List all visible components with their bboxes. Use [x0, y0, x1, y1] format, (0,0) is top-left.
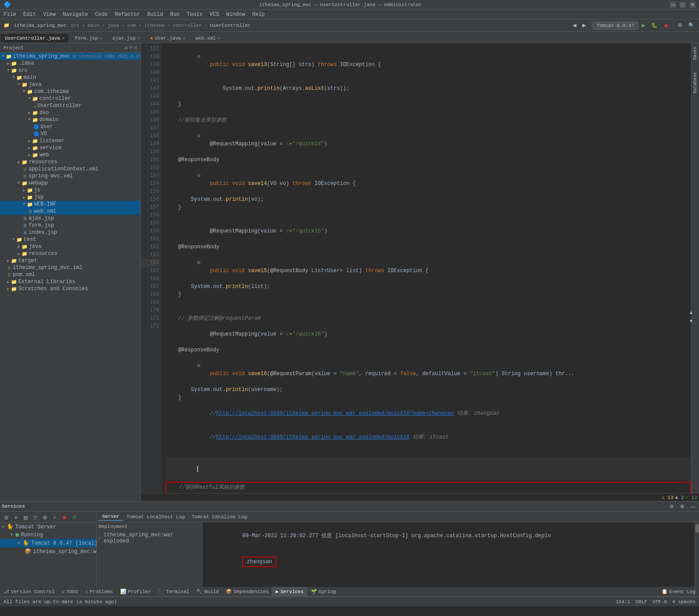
tree-resources[interactable]: ▶ 📁 resources	[0, 159, 140, 166]
tab-usercontroller[interactable]: UserController.java ✕	[0, 33, 69, 43]
svc-tomcat-server[interactable]: ▼ 🐈 Tomcat Server	[0, 523, 96, 531]
tree-target[interactable]: ▶ 📁 target	[0, 257, 140, 264]
svc-sort-button[interactable]: ≡	[11, 513, 20, 521]
menu-view[interactable]: View	[40, 10, 59, 19]
run-button[interactable]: ▶	[639, 22, 648, 29]
tree-ajaxjsp[interactable]: 🗎 ajax.jsp	[0, 215, 140, 222]
menu-tools[interactable]: Tools	[183, 10, 206, 19]
tree-comitheima[interactable]: ▼ 📁 com.itheima	[0, 88, 140, 95]
tree-listener[interactable]: ▶ 📁 listener	[0, 137, 140, 144]
bottom-item-todo[interactable]: ☑ TODO	[58, 587, 81, 596]
bottom-item-build[interactable]: 🔨 Build	[193, 587, 222, 596]
tab-userjava-close[interactable]: ✕	[183, 36, 185, 41]
svc-tomcat-instance[interactable]: ▼ 🐈 Tomcat 8.0.47 [local]	[0, 539, 96, 547]
tree-dao[interactable]: ▶ 📁 dao	[0, 109, 140, 116]
menu-run[interactable]: Run	[166, 10, 183, 19]
server-tab-localhost[interactable]: Tomcat Localhost Log	[123, 513, 188, 520]
tree-controller[interactable]: ▼ 📁 controller	[0, 95, 140, 102]
menu-window[interactable]: Window	[223, 10, 249, 19]
server-tab-catalina[interactable]: Tomcat Catalina Log	[188, 513, 250, 520]
code-content[interactable]: ⚙ public void save13(String[] strs) thro…	[162, 43, 691, 493]
forward-button[interactable]: ▶	[580, 22, 589, 29]
tree-test-java[interactable]: ▶ 📁 java	[0, 243, 140, 250]
tree-test-resources[interactable]: ▶ 📁 resources	[0, 250, 140, 257]
svc-artifact[interactable]: 📦 itheima_spring_mvc:wa	[0, 547, 96, 556]
bottom-item-profiler[interactable]: 📊 Profiler	[117, 587, 155, 596]
tree-jsp[interactable]: ▶ 📁 jsp	[0, 194, 140, 201]
svc-group-button[interactable]: ▤	[21, 513, 30, 521]
tree-root-project[interactable]: ▼ 📁 itheima_spring_mvc D:\IntelliJ IDEA …	[0, 53, 140, 60]
tree-springmvc[interactable]: 🗎 spring-mvc.xml	[0, 173, 140, 180]
maven-label[interactable]: Maven	[692, 45, 699, 62]
tree-usercontroller[interactable]: ☕ UserController	[0, 102, 140, 109]
sidebar-collapse-icon[interactable]: ⊟	[134, 45, 137, 51]
menu-vcs[interactable]: VCS	[206, 10, 223, 19]
svc-settings-button[interactable]: ⚙	[40, 513, 49, 521]
server-badge[interactable]: Tomcat 8.0.47	[592, 22, 638, 30]
sidebar-sort-icon[interactable]: ≡	[129, 45, 132, 51]
status-lineending[interactable]: CRLF	[636, 599, 647, 605]
bottom-item-terminal[interactable]: ⬛ Terminal	[155, 587, 193, 596]
tab-usercontroller-close[interactable]: ✕	[62, 36, 64, 41]
stop-button[interactable]: ⏹	[661, 22, 671, 29]
database-label[interactable]: Database	[692, 70, 699, 95]
tree-vo[interactable]: 🔵 VO	[0, 130, 140, 137]
tree-user[interactable]: 🔵 User	[0, 123, 140, 130]
tab-formjsp[interactable]: form.jsp ✕	[70, 33, 107, 43]
tree-test[interactable]: ▼ 📁 test	[0, 236, 140, 243]
tab-webxml-close[interactable]: ✕	[217, 36, 220, 41]
menu-help[interactable]: Help	[249, 10, 269, 19]
menu-file[interactable]: File	[0, 10, 20, 19]
bottom-item-problems[interactable]: ⚠ Problems	[81, 587, 116, 596]
tree-extlibs[interactable]: ▶ 📁 External Libraries	[0, 278, 140, 285]
menu-refactor[interactable]: Refactor	[111, 10, 144, 19]
svc-collapse-button[interactable]: ⊟	[2, 513, 11, 521]
tab-userjava[interactable]: ● User.java ✕	[145, 33, 190, 43]
tree-scratches[interactable]: ▶ 📁 Scratches and Consoles	[0, 285, 140, 292]
tree-formjsp[interactable]: 🗎 form.jsp	[0, 222, 140, 229]
bottom-item-versioncontrol[interactable]: ⎇ Version Control	[0, 587, 58, 596]
back-button[interactable]: ◀	[570, 22, 579, 29]
tree-web[interactable]: ▶ 📁 web	[0, 151, 140, 159]
menu-edit[interactable]: Edit	[20, 10, 40, 19]
server-tab-server[interactable]: Server	[99, 513, 123, 521]
svc-restart-button[interactable]: ↺	[70, 513, 78, 521]
tree-webxml[interactable]: 🗎 web.xml	[0, 208, 140, 215]
minimize-button[interactable]: —	[670, 2, 676, 8]
tree-main[interactable]: ▼ 📁 main	[0, 74, 140, 81]
tree-webapp[interactable]: ▼ 📁 webapp	[0, 180, 140, 187]
status-encoding[interactable]: UTF-8	[652, 599, 667, 605]
tree-webinf[interactable]: ▼ 📁 WEB-INF	[0, 201, 140, 208]
close-button[interactable]: ✕	[689, 2, 695, 8]
sidebar-settings-icon[interactable]: ⚙	[125, 45, 128, 51]
tree-src[interactable]: ▼ 📁 src	[0, 67, 140, 74]
tab-ajaxjsp[interactable]: ajax.jsp ✕	[107, 33, 145, 43]
status-position[interactable]: 164:1	[616, 599, 630, 605]
tree-domain[interactable]: ▼ 📁 domain	[0, 116, 140, 123]
svc-running[interactable]: ▼ Running	[0, 531, 96, 539]
svc-stop-button[interactable]: ⏹	[60, 513, 69, 521]
tree-java[interactable]: ▼ 📁 java	[0, 81, 140, 88]
menu-build[interactable]: Build	[143, 10, 166, 19]
tab-ajaxjsp-close[interactable]: ✕	[137, 36, 140, 41]
bottom-item-spring[interactable]: 🌱 Spring	[307, 587, 340, 596]
tree-indexjsp[interactable]: 🗎 index.jsp	[0, 229, 140, 236]
svc-filter-button[interactable]: ▽	[31, 513, 40, 521]
tree-idea[interactable]: ▶ 📁 .idea	[0, 60, 140, 67]
bottom-item-dependencies[interactable]: 📦 Dependencies	[222, 587, 272, 596]
settings-button[interactable]: ⚙	[675, 22, 685, 29]
services-settings-button[interactable]: ⚙	[667, 502, 676, 510]
output-scrollbar[interactable]	[695, 522, 699, 587]
bottom-item-eventlog[interactable]: 📋 Event Log	[658, 587, 699, 596]
maximize-button[interactable]: □	[680, 2, 686, 8]
status-indent[interactable]: 4 spaces	[672, 599, 695, 605]
tree-service[interactable]: ▶ 📁 service	[0, 144, 140, 151]
tree-appcontext[interactable]: 🗎 applicationContext.xml	[0, 166, 140, 173]
bottom-item-services[interactable]: ▶ Services	[272, 587, 307, 596]
svc-add-button[interactable]: +	[50, 513, 59, 521]
search-button[interactable]: 🔍	[686, 22, 697, 29]
menu-code[interactable]: Code	[92, 10, 111, 19]
tree-js[interactable]: ▶ 📁 js	[0, 187, 140, 194]
tab-webxml[interactable]: web.xml ✕	[191, 33, 225, 43]
tree-iml[interactable]: 🗎 itheima_spring_mvc.iml	[0, 264, 140, 271]
